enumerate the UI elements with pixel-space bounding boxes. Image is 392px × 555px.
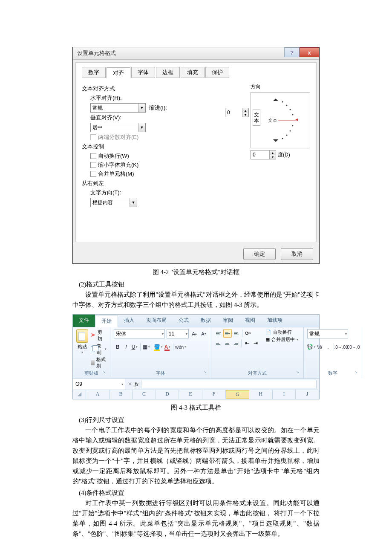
wrap-text-button[interactable]: 📄自动换行 <box>265 329 298 335</box>
align-top-button[interactable] <box>215 330 222 337</box>
chevron-down-icon: ▾ <box>162 332 164 336</box>
spin-up-icon[interactable]: ▲ <box>242 108 248 113</box>
comma-button[interactable]: , <box>324 343 332 351</box>
orientation-box[interactable]: 文 本 文本 <box>251 92 310 148</box>
col-header-i[interactable]: I <box>273 390 296 399</box>
col-header-d[interactable]: D <box>156 390 179 399</box>
fill-color-button[interactable]: 🪣 <box>154 343 163 351</box>
brush-icon <box>91 360 95 365</box>
h-align-value: 常规 <box>92 104 103 112</box>
v-align-value: 居中 <box>92 124 103 131</box>
copy-button[interactable]: 复制 ▾ <box>91 343 107 356</box>
degree-label: 度(D) <box>278 151 290 159</box>
border-button[interactable]: ▦ <box>142 343 150 351</box>
ribbon-tab-file[interactable]: 文件 <box>73 315 95 327</box>
ribbon-tab-insert[interactable]: 插入 <box>118 315 140 327</box>
italic-button[interactable]: I <box>122 343 130 351</box>
merge-checkbox[interactable] <box>90 171 96 177</box>
cut-button[interactable]: 剪切 <box>91 329 107 342</box>
orientation-arc[interactable]: 文本 <box>264 96 300 145</box>
select-all-corner[interactable]: ◢ <box>73 390 86 399</box>
col-header-h[interactable]: H <box>249 390 273 399</box>
orientation-button[interactable]: ⟳▾ <box>244 330 252 337</box>
tab-font[interactable]: 字体 <box>131 67 155 78</box>
phonetic-button[interactable]: wén <box>175 343 186 351</box>
vertical-text-sample[interactable]: 文 本 <box>253 110 260 126</box>
font-color-button[interactable]: A <box>164 343 171 351</box>
spin-down-icon[interactable]: ▼ <box>242 113 248 117</box>
align-left-button[interactable] <box>215 339 222 347</box>
col-header-j[interactable]: J <box>296 390 319 399</box>
excel-ribbon: 文件 开始 插入 页面布局 公式 数据 审阅 视图 加载项 粘贴 ▼ 剪切 <box>72 314 320 399</box>
align-right-button[interactable] <box>232 339 239 347</box>
col-header-c[interactable]: C <box>133 390 156 399</box>
align-bottom-button[interactable] <box>233 330 240 337</box>
font-name-combo[interactable]: 宋体▾ <box>114 329 165 338</box>
decrease-indent-button[interactable]: ⇤ <box>243 339 251 347</box>
decrease-decimal-button[interactable]: .00→.0 <box>347 343 358 351</box>
tab-alignment[interactable]: 对齐 <box>107 67 130 78</box>
chevron-down-icon: ▾ <box>345 332 347 336</box>
fx-icon[interactable]: fx <box>135 381 138 387</box>
v-align-combo[interactable]: 居中 ▼ <box>90 123 146 132</box>
format-painter-button[interactable]: 格式刷 <box>91 356 107 369</box>
merge-center-button[interactable]: ▦合并后居中 ▾ <box>265 336 298 343</box>
col-header-b[interactable]: B <box>110 390 133 399</box>
align-center-button[interactable] <box>223 339 231 347</box>
bold-button[interactable]: B <box>114 343 121 351</box>
ribbon-tab-layout[interactable]: 页面布局 <box>140 315 173 327</box>
paste-icon[interactable] <box>76 329 88 343</box>
col-header-a[interactable]: A <box>86 390 110 399</box>
svg-point-6 <box>292 125 294 127</box>
help-button[interactable]: ? <box>284 47 300 57</box>
svg-point-3 <box>290 109 291 110</box>
cancel-formula-icon[interactable]: ✕ <box>128 381 132 387</box>
grow-font-button[interactable]: A▴ <box>190 330 198 338</box>
paste-button[interactable]: 粘贴 <box>78 344 87 350</box>
ribbon-tab-review[interactable]: 审阅 <box>217 315 239 327</box>
accounting-format-button[interactable]: 💱 <box>307 343 315 351</box>
degree-input[interactable]: 0 ▲▼ <box>251 150 276 159</box>
shrink-font-button[interactable]: A▾ <box>200 330 208 338</box>
name-box[interactable]: G9▾ <box>73 379 125 390</box>
increase-decimal-button[interactable]: .0→.00 <box>336 343 347 351</box>
figure-caption-4-2: 图 4-2 "设置单元格格式"对话框 <box>72 268 320 276</box>
copy-icon <box>91 346 95 352</box>
indent-input[interactable]: 0 ▲▼ <box>225 108 249 117</box>
tab-fill[interactable]: 填充 <box>181 67 205 78</box>
scissors-icon <box>91 333 96 338</box>
orientation-group-label: 方向 <box>251 83 310 90</box>
close-button[interactable]: x <box>300 47 319 57</box>
number-format-combo[interactable]: 常规▾ <box>307 329 348 338</box>
font-size-combo[interactable]: 11▾ <box>167 329 189 338</box>
align-middle-button[interactable] <box>223 329 232 338</box>
ribbon-tab-addin[interactable]: 加载项 <box>261 315 288 327</box>
spin-down-icon[interactable]: ▼ <box>270 155 276 159</box>
underline-button[interactable]: U <box>131 343 138 351</box>
col-header-f[interactable]: F <box>202 390 226 399</box>
increase-indent-button[interactable]: ⇥ <box>252 339 259 347</box>
shrink-checkbox[interactable] <box>90 162 96 168</box>
section-2-text: 设置单元格格式除了利用"设置单元格格式"对话框之外，经常使用的是"开始"选项卡中… <box>72 289 320 310</box>
text-direction-combo[interactable]: 根据内容 ▼ <box>90 198 137 207</box>
h-align-combo[interactable]: 常规 ▼ <box>90 103 146 113</box>
ribbon-tab-formula[interactable]: 公式 <box>173 315 195 327</box>
ribbon-tab-view[interactable]: 视图 <box>239 315 261 327</box>
tab-number[interactable]: 数字 <box>82 67 106 78</box>
chevron-down-icon[interactable]: ▼ <box>81 351 84 354</box>
spin-up-icon[interactable]: ▲ <box>270 150 276 155</box>
col-header-e[interactable]: E <box>179 390 202 399</box>
percent-button[interactable]: % <box>316 343 323 351</box>
ribbon-tab-data[interactable]: 数据 <box>195 315 217 327</box>
formula-bar[interactable] <box>141 380 317 388</box>
tab-protect[interactable]: 保护 <box>205 67 229 78</box>
figure-caption-4-3: 图 4-3 格式工具栏 <box>72 404 320 412</box>
ok-button[interactable]: 确定 <box>243 248 276 260</box>
wrap-checkbox[interactable] <box>90 153 96 159</box>
alignment-group-label: 对齐方式 <box>215 369 300 377</box>
shrink-label: 缩小字体填充(K) <box>98 161 138 169</box>
cancel-button[interactable]: 取消 <box>281 248 313 260</box>
tab-border[interactable]: 边框 <box>156 67 180 78</box>
col-header-g[interactable]: G <box>226 390 250 399</box>
ribbon-tab-home[interactable]: 开始 <box>95 315 118 327</box>
